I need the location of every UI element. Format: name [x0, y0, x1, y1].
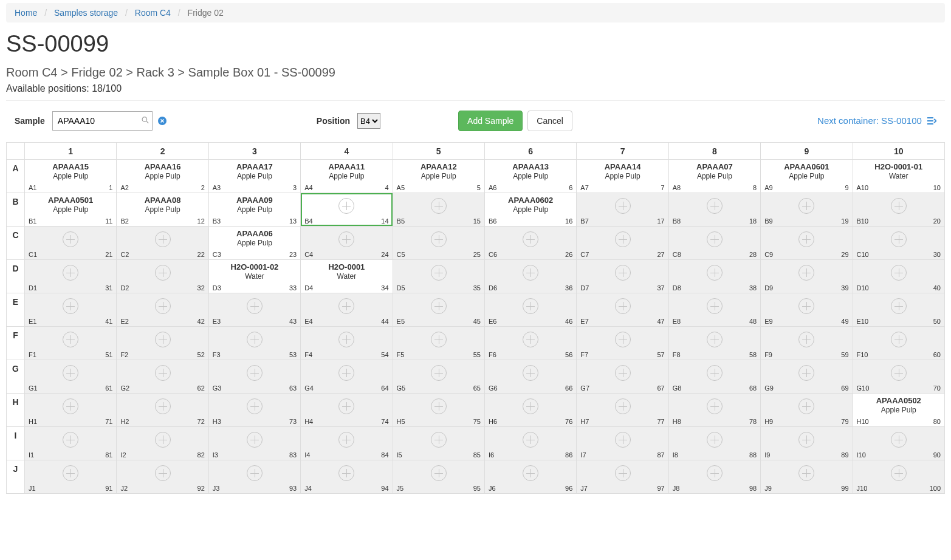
grid-cell-C8[interactable]: C828 [668, 227, 760, 260]
add-icon[interactable] [155, 231, 171, 247]
add-icon[interactable] [63, 365, 78, 381]
add-icon[interactable] [707, 332, 723, 347]
add-icon[interactable] [431, 398, 447, 414]
breadcrumb-link-samples-storage[interactable]: Samples storage [54, 8, 118, 18]
grid-cell-F2[interactable]: F252 [117, 327, 208, 360]
grid-cell-H4[interactable]: H474 [301, 394, 393, 427]
list-icon[interactable] [927, 117, 936, 127]
grid-cell-E8[interactable]: E848 [668, 293, 760, 327]
add-icon[interactable] [615, 398, 631, 414]
add-icon[interactable] [155, 465, 171, 481]
add-icon[interactable] [798, 265, 814, 281]
grid-cell-E3[interactable]: E343 [208, 293, 300, 327]
grid-cell-C7[interactable]: C727 [577, 227, 668, 260]
add-icon[interactable] [247, 432, 263, 448]
add-icon[interactable] [431, 231, 447, 247]
grid-cell-C3[interactable]: APAAA06Apple PulpC323 [208, 227, 300, 260]
add-icon[interactable] [707, 398, 723, 414]
add-icon[interactable] [247, 298, 263, 314]
grid-cell-B6[interactable]: APAAA0602Apple PulpB616 [484, 193, 576, 227]
add-icon[interactable] [798, 398, 814, 414]
add-icon[interactable] [247, 398, 263, 414]
grid-cell-D4[interactable]: H2O-0001WaterD434 [301, 260, 393, 293]
add-icon[interactable] [523, 231, 538, 247]
add-icon[interactable] [615, 298, 631, 314]
add-icon[interactable] [63, 398, 78, 414]
add-icon[interactable] [891, 365, 907, 381]
grid-cell-B2[interactable]: APAAA08Apple PulpB212 [117, 193, 208, 227]
add-icon[interactable] [798, 332, 814, 347]
add-icon[interactable] [615, 432, 631, 448]
grid-cell-A6[interactable]: APAAA13Apple PulpA66 [484, 160, 576, 193]
grid-cell-I10[interactable]: I1090 [853, 427, 944, 460]
add-icon[interactable] [707, 432, 723, 448]
grid-cell-F1[interactable]: F151 [25, 327, 117, 360]
grid-cell-B10[interactable]: B1020 [853, 193, 944, 227]
grid-cell-C4[interactable]: C424 [301, 227, 393, 260]
grid-cell-G4[interactable]: G464 [301, 360, 393, 394]
add-icon[interactable] [338, 298, 354, 314]
grid-cell-D10[interactable]: D1040 [853, 260, 944, 293]
add-icon[interactable] [338, 465, 354, 481]
grid-cell-J6[interactable]: J696 [484, 460, 576, 494]
grid-cell-F10[interactable]: F1060 [853, 327, 944, 360]
grid-cell-J5[interactable]: J595 [393, 460, 484, 494]
grid-cell-H9[interactable]: H979 [761, 394, 853, 427]
grid-cell-H7[interactable]: H777 [577, 394, 668, 427]
grid-cell-J2[interactable]: J292 [117, 460, 208, 494]
add-icon[interactable] [431, 298, 447, 314]
grid-cell-D2[interactable]: D232 [117, 260, 208, 293]
grid-cell-J9[interactable]: J999 [761, 460, 853, 494]
add-icon[interactable] [338, 332, 354, 347]
breadcrumb-link-room[interactable]: Room C4 [135, 8, 171, 18]
grid-cell-B1[interactable]: APAAA0501Apple PulpB111 [25, 193, 117, 227]
grid-cell-J1[interactable]: J191 [25, 460, 117, 494]
grid-cell-B8[interactable]: B818 [668, 193, 760, 227]
add-icon[interactable] [63, 298, 78, 314]
grid-cell-F3[interactable]: F353 [208, 327, 300, 360]
grid-cell-G5[interactable]: G565 [393, 360, 484, 394]
grid-cell-F5[interactable]: F555 [393, 327, 484, 360]
grid-cell-E2[interactable]: E242 [117, 293, 208, 327]
add-icon[interactable] [431, 332, 447, 347]
add-icon[interactable] [63, 332, 78, 347]
grid-cell-E7[interactable]: E747 [577, 293, 668, 327]
add-icon[interactable] [523, 298, 538, 314]
grid-cell-A8[interactable]: APAAA07Apple PulpA88 [668, 160, 760, 193]
add-icon[interactable] [155, 332, 171, 347]
add-icon[interactable] [431, 265, 447, 281]
add-icon[interactable] [615, 198, 631, 214]
grid-cell-E6[interactable]: E646 [484, 293, 576, 327]
grid-cell-G1[interactable]: G161 [25, 360, 117, 394]
grid-cell-I7[interactable]: I787 [577, 427, 668, 460]
grid-cell-B7[interactable]: B717 [577, 193, 668, 227]
grid-cell-B3[interactable]: APAAA09Apple PulpB313 [208, 193, 300, 227]
grid-cell-E9[interactable]: E949 [761, 293, 853, 327]
add-icon[interactable] [891, 465, 907, 481]
add-icon[interactable] [155, 432, 171, 448]
add-icon[interactable] [615, 365, 631, 381]
position-select[interactable]: B4 [357, 113, 380, 129]
grid-cell-G8[interactable]: G868 [668, 360, 760, 394]
grid-cell-G7[interactable]: G767 [577, 360, 668, 394]
grid-cell-A7[interactable]: APAAA14Apple PulpA77 [577, 160, 668, 193]
add-icon[interactable] [247, 365, 263, 381]
add-icon[interactable] [615, 465, 631, 481]
grid-cell-E4[interactable]: E444 [301, 293, 393, 327]
add-icon[interactable] [798, 432, 814, 448]
grid-cell-D1[interactable]: D131 [25, 260, 117, 293]
add-icon[interactable] [338, 231, 354, 247]
grid-cell-G10[interactable]: G1070 [853, 360, 944, 394]
grid-cell-F7[interactable]: F757 [577, 327, 668, 360]
add-icon[interactable] [523, 365, 538, 381]
add-icon[interactable] [707, 265, 723, 281]
add-icon[interactable] [891, 298, 907, 314]
grid-cell-C10[interactable]: C1030 [853, 227, 944, 260]
grid-cell-A4[interactable]: APAAA11Apple PulpA44 [301, 160, 393, 193]
grid-cell-A3[interactable]: APAAA17Apple PulpA33 [208, 160, 300, 193]
add-icon[interactable] [155, 398, 171, 414]
grid-cell-E5[interactable]: E545 [393, 293, 484, 327]
grid-cell-B4[interactable]: B414 [301, 193, 393, 227]
add-icon[interactable] [523, 398, 538, 414]
grid-cell-A2[interactable]: APAAA16Apple PulpA22 [117, 160, 208, 193]
